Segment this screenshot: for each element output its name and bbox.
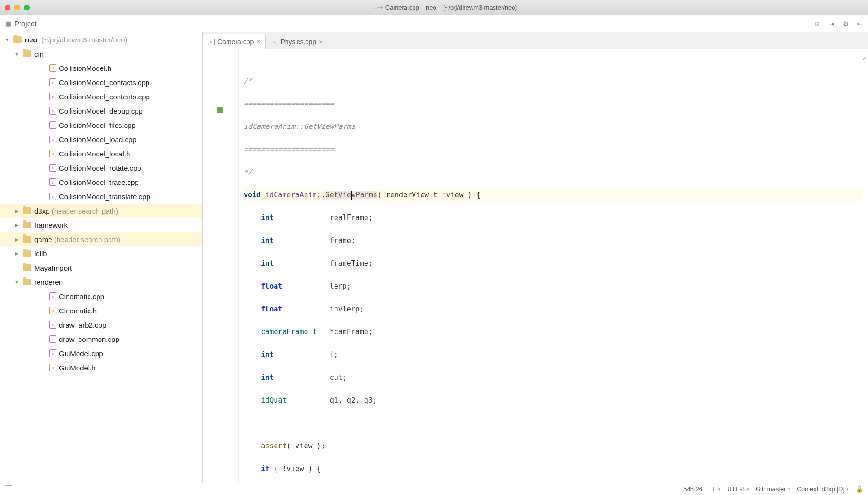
- maximize-window-button[interactable]: [24, 5, 30, 10]
- disclosure-triangle-icon[interactable]: ▼: [13, 280, 20, 285]
- main-content: ▼ neo (~/prj/dhewm3-master/neo) ▼ cm hCo…: [0, 32, 868, 483]
- cpp-file-icon: c: [49, 193, 56, 200]
- context-selector[interactable]: Context: d3xp [D]▾: [797, 485, 849, 493]
- disclosure-triangle-icon[interactable]: ▶: [13, 237, 20, 242]
- project-tool-icon[interactable]: ▦: [5, 20, 12, 28]
- cpp-file-icon: c: [49, 107, 56, 115]
- tree-file[interactable]: cCinematic.cpp: [0, 289, 202, 303]
- tree-folder-framework[interactable]: ▶ framework: [0, 218, 202, 232]
- titlebar: c++ Camera.cpp – neo – [~/prj/dhewm3-mas…: [0, 0, 868, 15]
- close-tab-icon[interactable]: ×: [319, 38, 323, 46]
- tree-folder-mayaimport[interactable]: MayaImport: [0, 261, 202, 275]
- tree-file[interactable]: cGuiModel.cpp: [0, 346, 202, 360]
- disclosure-blank-icon: [13, 265, 20, 271]
- folder-icon: [23, 279, 31, 285]
- folder-icon: [23, 50, 31, 57]
- close-window-button[interactable]: [5, 5, 10, 10]
- cpp-file-icon: c: [49, 178, 56, 186]
- tree-file[interactable]: hGuiModel.h: [0, 360, 202, 375]
- tree-folder-idlib[interactable]: ▶ idlib: [0, 246, 202, 261]
- file-encoding[interactable]: UTF-8▾: [727, 485, 749, 493]
- disclosure-triangle-icon[interactable]: ▶: [13, 223, 20, 228]
- cursor-position[interactable]: 545:26: [683, 485, 702, 493]
- project-panel-label[interactable]: Project: [14, 19, 37, 28]
- cpp-file-icon: c: [49, 335, 56, 343]
- tree-file[interactable]: hCollisionModel.h: [0, 61, 202, 75]
- tab-physics[interactable]: c Physics.cpp ×: [266, 34, 328, 49]
- cpp-file-icon: c: [49, 121, 56, 129]
- editor-tabs: c Camera.cpp × c Physics.cpp ×: [203, 32, 868, 49]
- code-content[interactable]: ✓ /* ===================== idCameraAnim:…: [239, 49, 868, 483]
- settings-gear-icon[interactable]: ⚙: [841, 19, 850, 28]
- window-title: c++ Camera.cpp – neo – [~/prj/dhewm3-mas…: [30, 4, 863, 11]
- disclosure-triangle-icon[interactable]: ▶: [13, 251, 20, 256]
- tool-windows-icon[interactable]: [5, 485, 12, 493]
- folder-icon: [13, 36, 22, 43]
- folder-icon: [23, 222, 31, 228]
- git-branch[interactable]: Git: master▾: [756, 485, 790, 493]
- window-controls: [5, 5, 30, 10]
- root-name: neo: [25, 36, 38, 44]
- folder-icon: [23, 264, 31, 271]
- tree-file[interactable]: cCollisionModel_load.cpp: [0, 132, 202, 146]
- tree-file[interactable]: cCollisionModel_rotate.cpp: [0, 161, 202, 175]
- scroll-from-source-icon[interactable]: ⇥: [827, 19, 836, 28]
- cpp-file-icon: c: [49, 164, 56, 172]
- tree-file[interactable]: cCollisionModel_translate.cpp: [0, 189, 202, 204]
- editor-gutter[interactable]: [203, 49, 239, 483]
- tree-file[interactable]: hCinematic.h: [0, 303, 202, 318]
- tree-file[interactable]: cCollisionModel_trace.cpp: [0, 175, 202, 189]
- inspection-ok-icon[interactable]: ✓: [863, 52, 866, 64]
- cpp-file-icon: c++: [376, 4, 383, 11]
- collapse-all-icon[interactable]: ⊕: [813, 19, 821, 28]
- project-toolbar: ▦ Project ⊕ ⇥ ⚙ ⇤: [0, 15, 868, 32]
- status-bar: 545:26 LF▾ UTF-8▾ Git: master▾ Context: …: [0, 483, 868, 495]
- h-file-icon: h: [49, 364, 56, 371]
- root-path: (~/prj/dhewm3-master/neo): [41, 36, 127, 44]
- folder-label: cm: [34, 50, 44, 58]
- folder-icon: [23, 250, 31, 257]
- tab-camera[interactable]: c Camera.cpp ×: [203, 34, 266, 49]
- gutter-mark-icon[interactable]: [217, 107, 223, 113]
- tree-file[interactable]: cCollisionModel_debug.cpp: [0, 104, 202, 118]
- code-editor[interactable]: ✓ /* ===================== idCameraAnim:…: [203, 49, 868, 483]
- hide-panel-icon[interactable]: ⇤: [856, 19, 864, 28]
- disclosure-triangle-icon[interactable]: ▼: [4, 37, 10, 42]
- tree-folder-game[interactable]: ▶ game (header search path): [0, 232, 202, 246]
- tree-file[interactable]: cCollisionModel_contents.cpp: [0, 89, 202, 104]
- minimize-window-button[interactable]: [14, 5, 20, 10]
- line-separator[interactable]: LF▾: [709, 485, 720, 493]
- cpp-file-icon: c: [271, 39, 277, 45]
- cpp-file-icon: c: [49, 321, 56, 329]
- tree-file[interactable]: hCollisionModel_local.h: [0, 146, 202, 161]
- disclosure-triangle-icon[interactable]: ▶: [13, 208, 20, 214]
- cpp-file-icon: c: [49, 93, 56, 100]
- cpp-file-icon: c: [49, 292, 56, 300]
- tree-file[interactable]: cdraw_common.cpp: [0, 332, 202, 346]
- lock-icon[interactable]: 🔒: [856, 485, 863, 493]
- close-tab-icon[interactable]: ×: [256, 38, 260, 46]
- disclosure-triangle-icon[interactable]: ▼: [13, 51, 20, 57]
- tab-label: Camera.cpp: [217, 38, 254, 46]
- h-file-icon: h: [49, 64, 56, 72]
- h-file-icon: h: [49, 150, 56, 157]
- tree-folder-cm[interactable]: ▼ cm: [0, 47, 202, 61]
- tree-file[interactable]: cdraw_arb2.cpp: [0, 318, 202, 332]
- title-text: Camera.cpp – neo – [~/prj/dhewm3-master/…: [385, 4, 517, 11]
- tree-folder-d3xp[interactable]: ▶ d3xp (header search path): [0, 204, 202, 218]
- cpp-file-icon: c: [49, 136, 56, 143]
- tree-file[interactable]: cCollisionModel_contacts.cpp: [0, 75, 202, 89]
- project-tree[interactable]: ▼ neo (~/prj/dhewm3-master/neo) ▼ cm hCo…: [0, 32, 203, 483]
- cpp-file-icon: c: [49, 78, 56, 86]
- h-file-icon: h: [49, 307, 56, 314]
- tree-file[interactable]: cCollisionModel_files.cpp: [0, 118, 202, 132]
- folder-icon: [23, 207, 31, 214]
- tree-folder-renderer[interactable]: ▼ renderer: [0, 275, 202, 289]
- folder-icon: [23, 236, 31, 243]
- cpp-file-icon: c: [49, 349, 56, 357]
- project-root[interactable]: ▼ neo (~/prj/dhewm3-master/neo): [0, 32, 202, 47]
- tab-label: Physics.cpp: [280, 38, 316, 46]
- cpp-file-icon: c: [208, 39, 215, 45]
- editor-area: c Camera.cpp × c Physics.cpp × ✓ /* ====…: [203, 32, 868, 483]
